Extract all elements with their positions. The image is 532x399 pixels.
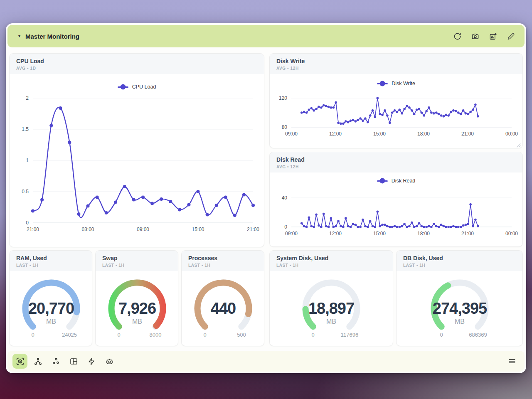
add-chart-button[interactable] [487, 30, 499, 42]
ram-used-gauge: 20,770MB024025 [10, 273, 92, 343]
legend-marker-icon [377, 180, 388, 182]
gauge-title: RAM, Used [16, 255, 85, 261]
cluster-button[interactable] [48, 354, 63, 369]
svg-text:0: 0 [284, 224, 287, 230]
svg-text:21:00: 21:00 [461, 131, 474, 137]
layout-button[interactable] [66, 354, 81, 369]
svg-text:MB: MB [132, 318, 142, 325]
gauge-row: RAM, Used LAST • 1H 20,770MB024025 Swap … [9, 250, 264, 346]
svg-text:18:00: 18:00 [417, 131, 430, 137]
menu-button[interactable] [505, 354, 520, 369]
svg-text:18:00: 18:00 [417, 231, 430, 236]
svg-text:686369: 686369 [469, 332, 487, 338]
robot-button[interactable] [102, 354, 117, 369]
gauge-title: Processes [188, 255, 257, 261]
svg-text:09:00: 09:00 [137, 227, 149, 232]
edit-button[interactable] [505, 30, 517, 42]
svg-text:15:00: 15:00 [373, 231, 386, 236]
card-header: System Disk, Used LAST • 1H [270, 251, 393, 271]
chart-plus-icon [489, 32, 497, 40]
svg-text:0: 0 [31, 332, 34, 338]
svg-text:20,770: 20,770 [28, 300, 74, 317]
dashboard-grid: CPU Load AVG • 1D CPU Load 00.511.5221:0… [9, 53, 523, 346]
svg-text:117696: 117696 [341, 332, 358, 338]
system-disk-gauge: 18,897MB0117696 [270, 273, 393, 343]
svg-text:00:00: 00:00 [505, 231, 518, 236]
chart-subtitle: AVG • 1D [16, 66, 257, 71]
svg-text:1: 1 [26, 158, 29, 163]
legend-label: Disk Write [392, 81, 415, 86]
layout-panels-icon [69, 357, 78, 366]
db-disk-gauge: 274,395MB0686369 [397, 273, 522, 343]
svg-text:0: 0 [440, 332, 443, 338]
gauge-title: Swap [102, 255, 171, 261]
svg-text:15:00: 15:00 [373, 131, 386, 137]
chart-legend[interactable]: Disk Write [270, 81, 522, 86]
gauge-title: DB Disk, Used [403, 255, 516, 261]
legend-marker-icon [118, 86, 128, 88]
header-actions [451, 30, 517, 42]
refresh-button[interactable] [451, 30, 463, 42]
hierarchy-button[interactable] [30, 354, 45, 369]
cpu-load-card: CPU Load AVG • 1D CPU Load 00.511.5221:0… [9, 53, 264, 247]
legend-marker-icon [377, 83, 388, 84]
gauge-subtitle: LAST • 1H [403, 263, 516, 268]
pencil-icon [507, 32, 515, 40]
chart-legend[interactable]: CPU Load [10, 84, 264, 90]
svg-text:2: 2 [26, 95, 29, 101]
disk-read-card: Disk Read AVG • 12H Disk Read 04009:0012… [269, 152, 523, 247]
svg-text:80: 80 [282, 124, 288, 130]
scan-cube-icon [16, 357, 25, 366]
bottom-toolbar [7, 351, 525, 372]
gauge-subtitle: LAST • 1H [102, 263, 171, 268]
gauge-subtitle: LAST • 1H [276, 263, 386, 268]
app-window: ▾ Master Monitoring [6, 23, 526, 373]
chart-subtitle: AVG • 12H [276, 165, 516, 169]
disk-read-chart[interactable]: 04009:0012:0015:0018:0021:0000:00 [270, 184, 522, 240]
chart-subtitle: AVG • 12H [276, 66, 516, 71]
svg-text:09:00: 09:00 [285, 131, 298, 137]
bolt-button[interactable] [84, 354, 99, 369]
card-header: Processes LAST • 1H [182, 251, 264, 271]
refresh-icon [453, 32, 461, 40]
svg-text:440: 440 [211, 300, 236, 317]
svg-text:40: 40 [282, 195, 288, 201]
svg-text:0: 0 [117, 332, 120, 338]
dashboard-title: Master Monitoring [25, 33, 79, 40]
header-bar: ▾ Master Monitoring [7, 25, 525, 47]
resize-handle[interactable] [516, 142, 521, 146]
gauge-subtitle: LAST • 1H [16, 263, 85, 268]
svg-text:12:00: 12:00 [329, 131, 342, 137]
svg-text:03:00: 03:00 [81, 227, 94, 232]
svg-text:MB: MB [326, 318, 336, 325]
svg-text:24025: 24025 [62, 332, 77, 338]
disk-write-card: Disk Write AVG • 12H Disk Write 8012009:… [269, 53, 523, 148]
gauge-row: System Disk, Used LAST • 1H 18,897MB0117… [269, 250, 523, 346]
svg-text:0: 0 [311, 332, 314, 338]
svg-text:00:00: 00:00 [505, 131, 518, 137]
svg-text:120: 120 [279, 95, 287, 101]
dashboard-selector[interactable]: ▾ Master Monitoring [18, 33, 79, 40]
svg-text:0.5: 0.5 [22, 189, 29, 195]
svg-text:09:00: 09:00 [285, 231, 298, 236]
svg-text:21:00: 21:00 [461, 231, 474, 236]
card-header: CPU Load AVG • 1D [10, 54, 264, 74]
processes-card: Processes LAST • 1H 4400500 [181, 250, 264, 346]
chevron-down-icon: ▾ [18, 34, 20, 38]
hamburger-icon [508, 357, 516, 365]
gauge-title: System Disk, Used [276, 255, 386, 261]
bolt-icon [87, 357, 96, 366]
card-header: Disk Write AVG • 12H [270, 54, 522, 74]
screenshot-button[interactable] [469, 30, 481, 42]
scan-cube-button[interactable] [12, 354, 27, 369]
svg-text:0: 0 [26, 220, 29, 226]
swap-gauge: 7,926MB08000 [96, 273, 178, 343]
svg-text:12:00: 12:00 [329, 231, 342, 236]
card-header: RAM, Used LAST • 1H [10, 251, 92, 271]
chart-legend[interactable]: Disk Read [270, 178, 522, 184]
toolbar-buttons [12, 354, 117, 369]
camera-icon [471, 32, 479, 40]
disk-write-chart[interactable]: 8012009:0012:0015:0018:0021:0000:00 [270, 86, 522, 140]
cpu-load-chart[interactable]: 00.511.5221:0003:0009:0015:0021:00 [10, 93, 264, 237]
card-header: Swap LAST • 1H [96, 251, 178, 271]
